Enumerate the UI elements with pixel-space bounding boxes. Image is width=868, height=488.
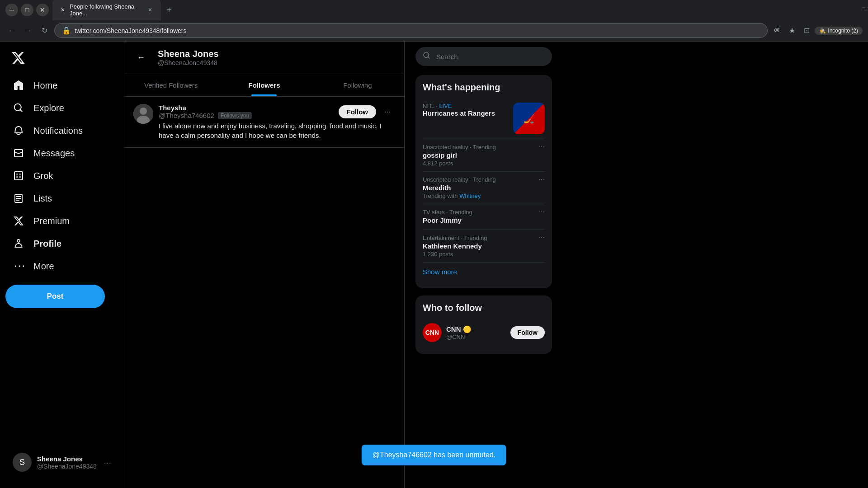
browser-tabs: ✕ People following Sheena Jone... ✕ + bbox=[52, 0, 863, 20]
active-tab[interactable]: ✕ People following Sheena Jone... ✕ bbox=[52, 0, 161, 20]
logo[interactable] bbox=[5, 45, 118, 72]
close-button[interactable]: ✕ bbox=[36, 4, 49, 16]
trend-item-meredith[interactable]: Unscripted reality · Trending Meredith T… bbox=[423, 172, 545, 204]
sidebar-item-profile[interactable]: Profile bbox=[5, 232, 118, 255]
sidebar-item-lists[interactable]: Lists bbox=[5, 187, 118, 210]
cnn-info: CNN 🟡 @CNN bbox=[446, 325, 506, 340]
follower-name: Theysha bbox=[159, 104, 186, 112]
profile-handle: @SheenaJone49348 bbox=[158, 59, 219, 66]
back-button[interactable]: ← bbox=[133, 50, 149, 66]
trend-more-button-1[interactable]: ··· bbox=[539, 143, 545, 151]
breaking-news-image: 🏒 bbox=[513, 103, 545, 134]
lock-icon: 🔒 bbox=[62, 26, 71, 35]
reload-button[interactable]: ↻ bbox=[38, 24, 51, 37]
trend-item-poor-jimmy[interactable]: TV stars · Trending Poor Jimmy ··· bbox=[423, 204, 545, 230]
trend-meta: 4,812 posts bbox=[423, 160, 545, 167]
sidebar-item-grok[interactable]: Grok bbox=[5, 164, 118, 187]
window-controls[interactable]: ─ □ ✕ bbox=[5, 4, 49, 16]
screen-cast-button[interactable]: ⊡ bbox=[800, 24, 813, 37]
sidebar-item-explore-label: Explore bbox=[33, 103, 64, 113]
breaking-news-info: NHL · LIVE Hurricanes at Rangers bbox=[423, 103, 508, 134]
eye-slash-icon[interactable]: 👁 bbox=[771, 24, 784, 37]
trend-category-3: TV stars · Trending bbox=[423, 209, 545, 216]
tab-close-button[interactable]: ✕ bbox=[146, 6, 154, 14]
whats-happening-title: What's happening bbox=[423, 82, 545, 93]
back-nav-button[interactable]: ← bbox=[5, 24, 18, 37]
tab-followers-label: Followers bbox=[248, 81, 280, 89]
show-more-link[interactable]: Show more bbox=[423, 263, 545, 281]
right-sidebar: What's happening NHL · LIVE Hurricanes a… bbox=[405, 42, 563, 488]
profile-title-block: Sheena Jones @SheenaJone49348 bbox=[158, 49, 219, 66]
trend-meta-4: 1,230 posts bbox=[423, 251, 545, 258]
tabs-bar: Verified Followers Followers Following bbox=[124, 74, 404, 97]
tab-followers[interactable]: Followers bbox=[217, 74, 311, 96]
search-input[interactable] bbox=[436, 53, 545, 61]
browser-actions: 👁 ★ ⊡ 🕵 Incognito (2) bbox=[771, 24, 863, 37]
who-to-follow-section: Who to follow CNN CNN 🟡 @CNN Follow bbox=[415, 296, 552, 354]
follower-handle: @Theysha746602 bbox=[159, 112, 214, 119]
bookmark-button[interactable]: ★ bbox=[786, 24, 798, 37]
sidebar-item-notifications[interactable]: Notifications bbox=[5, 119, 118, 142]
svg-point-2 bbox=[140, 108, 147, 115]
home-icon bbox=[13, 80, 24, 91]
search-box[interactable] bbox=[415, 47, 552, 66]
tab-verified-followers-label: Verified Followers bbox=[144, 81, 198, 89]
trend-more-button-4[interactable]: ··· bbox=[539, 234, 545, 242]
sidebar-item-more-label: More bbox=[33, 261, 54, 272]
follow-button[interactable]: Follow bbox=[339, 105, 377, 118]
forward-nav-button[interactable]: → bbox=[22, 24, 34, 37]
trend-category: Unscripted reality · Trending bbox=[423, 144, 545, 150]
notifications-icon bbox=[13, 125, 24, 136]
sidebar-item-premium[interactable]: Premium bbox=[5, 210, 118, 232]
follower-actions: Follow ··· bbox=[339, 104, 396, 119]
premium-icon bbox=[13, 215, 24, 227]
cnn-avatar: CNN bbox=[423, 323, 442, 342]
trend-more-button-2[interactable]: ··· bbox=[539, 175, 545, 183]
sidebar-item-home-label: Home bbox=[33, 80, 57, 91]
tab-following[interactable]: Following bbox=[311, 74, 404, 96]
new-tab-button[interactable]: + bbox=[163, 4, 175, 16]
lists-icon bbox=[13, 192, 24, 204]
sidebar-user-more-icon: ··· bbox=[104, 457, 111, 468]
sidebar-item-messages-label: Messages bbox=[33, 148, 75, 159]
follower-avatar bbox=[133, 104, 153, 124]
address-bar[interactable]: 🔒 twitter.com/SheenaJone49348/followers bbox=[54, 23, 768, 38]
search-icon bbox=[423, 52, 431, 61]
tab-verified-followers[interactable]: Verified Followers bbox=[124, 74, 217, 96]
sidebar-item-explore[interactable]: Explore bbox=[5, 97, 118, 119]
cnn-follow-button[interactable]: Follow bbox=[510, 326, 545, 339]
trend-item-gossip-girl[interactable]: Unscripted reality · Trending gossip gir… bbox=[423, 139, 545, 172]
toast-notification: @Theysha746602 has been unmuted. bbox=[362, 445, 506, 465]
incognito-icon: 🕵 bbox=[819, 28, 826, 34]
profile-icon bbox=[13, 238, 24, 249]
follower-more-button[interactable]: ··· bbox=[380, 104, 395, 119]
trend-item-kathleen-kennedy[interactable]: Entertainment · Trending Kathleen Kenned… bbox=[423, 230, 545, 263]
sidebar-item-notifications-label: Notifications bbox=[33, 126, 83, 136]
sidebar-item-home[interactable]: Home bbox=[5, 74, 118, 97]
breaking-news-card[interactable]: NHL · LIVE Hurricanes at Rangers 🏒 ··· bbox=[423, 98, 545, 139]
tab-title: People following Sheena Jone... bbox=[70, 3, 143, 17]
cnn-badge: 🟡 bbox=[463, 325, 472, 333]
app-container: Home Explore Notifications Messages bbox=[0, 42, 868, 488]
sidebar-user-avatar: S bbox=[13, 453, 32, 472]
nhl-label: NHL bbox=[423, 103, 434, 109]
trend-more-button-3[interactable]: ··· bbox=[539, 208, 545, 216]
sidebar-user-info: Sheena Jones @SheenaJone49348 bbox=[37, 455, 98, 470]
post-button[interactable]: Post bbox=[5, 285, 105, 308]
wtf-item-cnn: CNN CNN 🟡 @CNN Follow bbox=[423, 319, 545, 347]
sidebar-item-more[interactable]: More bbox=[5, 255, 118, 277]
sidebar: Home Explore Notifications Messages bbox=[0, 42, 124, 488]
trend-meta-2: Trending with Whitney bbox=[423, 192, 545, 199]
messages-icon bbox=[13, 147, 24, 159]
trend-name-2: Meredith bbox=[423, 184, 545, 192]
sidebar-user[interactable]: S Sheena Jones @SheenaJone49348 ··· bbox=[5, 447, 118, 477]
breaking-news-title: Hurricanes at Rangers bbox=[423, 109, 508, 117]
breaking-news-category: NHL · LIVE bbox=[423, 103, 508, 109]
follower-card: Theysha @Theysha746602 Follows you Follo… bbox=[124, 97, 404, 148]
tab-favicon: ✕ bbox=[60, 6, 66, 14]
sidebar-item-messages[interactable]: Messages bbox=[5, 142, 118, 164]
maximize-button[interactable]: □ bbox=[21, 4, 33, 16]
follower-bio: I live alone now and enjoy business, tra… bbox=[159, 121, 395, 140]
minimize-button[interactable]: ─ bbox=[5, 4, 18, 16]
incognito-badge: 🕵 Incognito (2) bbox=[815, 27, 863, 35]
